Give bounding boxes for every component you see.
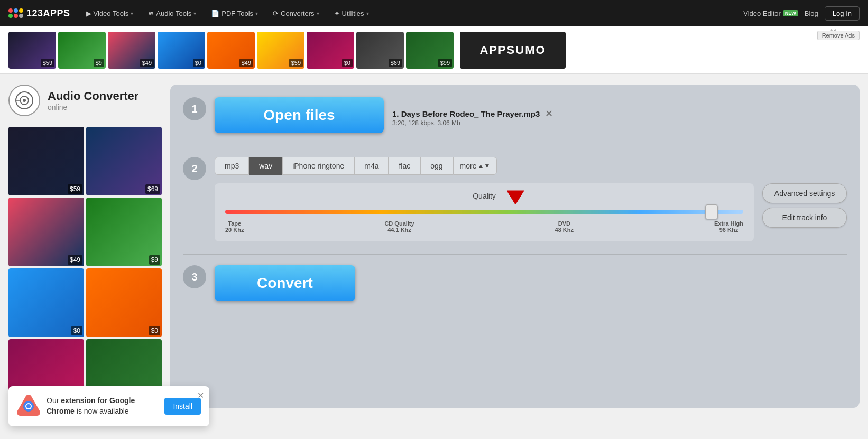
nav-utilities-label: Utilities (342, 10, 364, 17)
ad-thumb-4[interactable]: $0 (158, 32, 205, 69)
marker-cd-name: CD Quality (384, 220, 414, 227)
chrome-logo-svg (17, 395, 40, 418)
step-3-content: Convert (215, 265, 847, 301)
file-close-button[interactable]: ✕ (545, 108, 553, 119)
tab-wav[interactable]: wav (249, 157, 282, 175)
sidebar-ad-4[interactable]: $9 (86, 198, 162, 266)
advanced-settings-button[interactable]: Advanced settings (762, 183, 847, 203)
quality-slider-input[interactable] (225, 210, 743, 214)
quality-marker-dvd: DVD 48 Khz (555, 220, 574, 233)
ad-price-7: $0 (342, 59, 353, 67)
step-1-circle: 1 (183, 97, 206, 120)
logo-dot-blue (14, 8, 18, 13)
file-info: 1. Days Before Rodeo_ The Prayer.mp3 ✕ 3… (392, 104, 553, 127)
tab-more[interactable]: more ▲▼ (453, 157, 497, 175)
ad-price-6: $59 (289, 59, 303, 67)
main-content: Audio Converter online $59 $69 $49 $9 $0… (0, 74, 868, 418)
nav-pdf-tools-label: PDF Tools (221, 10, 253, 17)
ad-thumb-1[interactable]: $59 (8, 32, 56, 69)
nav-converters[interactable]: ⟳ Converters ▾ (267, 0, 325, 26)
chevron-down-icon: ▾ (131, 11, 133, 16)
sidebar-ad-price-4: $9 (149, 255, 160, 265)
nav-utilities[interactable]: ✦ Utilities ▾ (329, 0, 374, 26)
ad-thumb-8[interactable]: $69 (356, 32, 404, 69)
nav-video-tools-label: Video Tools (94, 10, 129, 17)
convert-button[interactable]: Convert (215, 265, 355, 301)
logo-dot-yellow (19, 8, 23, 13)
tab-flac[interactable]: flac (389, 157, 420, 175)
ad-price-3: $49 (140, 59, 154, 67)
app-title: Audio Converter (48, 89, 138, 103)
file-info-row: 1. Days Before Rodeo_ The Prayer.mp3 ✕ (392, 108, 553, 119)
logo-dot-red2 (14, 14, 18, 18)
sidebar-ad-6[interactable]: $0 (86, 268, 162, 337)
logo-text-block: Audio Converter online (48, 89, 138, 111)
video-editor-link[interactable]: Video Editor NEW (743, 10, 798, 17)
sidebar-ads: Audio Converter online $59 $69 $49 $9 $0… (8, 85, 162, 408)
marker-tape-name: Tape (225, 220, 244, 227)
nav-pdf-tools[interactable]: 📄 PDF Tools ▾ (206, 0, 263, 26)
sidebar-ad-3[interactable]: $49 (8, 198, 84, 266)
step-3-row: 3 Convert (183, 265, 847, 301)
blog-link[interactable]: Blog (805, 10, 818, 17)
ad-thumb-9[interactable]: $99 (406, 32, 454, 69)
quality-marker-extrahigh: Extra High 96 Khz (714, 220, 743, 233)
logo-dots (8, 8, 23, 18)
step-1-content: Open files 1. Days Before Rodeo_ The Pra… (215, 97, 847, 133)
login-button[interactable]: Log In (825, 6, 860, 21)
quality-marker-cd: CD Quality 44.1 Khz (384, 220, 414, 233)
sidebar-ad-2[interactable]: $69 (86, 127, 162, 195)
nav-video-tools[interactable]: ▶ Video Tools ▾ (81, 0, 139, 26)
install-button[interactable]: Install (164, 398, 201, 415)
new-badge: NEW (783, 10, 798, 16)
app-logo (8, 85, 40, 116)
ad-thumb-2[interactable]: $9 (58, 32, 106, 69)
ad-price-8: $69 (389, 59, 402, 67)
sidebar-ad-price-5: $0 (71, 326, 82, 335)
marker-dvd-freq: 48 Khz (555, 227, 574, 233)
sidebar-ad-5[interactable]: $0 (8, 268, 84, 337)
side-buttons: Advanced settings Edit track info (762, 183, 847, 228)
utilities-icon: ✦ (334, 10, 340, 17)
remove-ads-button[interactable]: Remove Ads (817, 31, 860, 40)
logo-dot-red (8, 8, 13, 13)
ad-thumb-3[interactable]: $49 (108, 32, 155, 69)
tab-m4a[interactable]: m4a (354, 157, 389, 175)
ad-price-4: $0 (193, 59, 204, 67)
format-tabs: mp3 wav iPhone ringtone m4a flac ogg mor… (215, 157, 847, 175)
chevron-down-icon-2: ▾ (193, 11, 196, 16)
logo-text: 123APPS (26, 8, 70, 19)
sidebar-ad-1[interactable]: $59 (8, 127, 84, 195)
step-2-content: mp3 wav iPhone ringtone m4a flac ogg mor… (215, 157, 847, 241)
chevron-down-icon-5: ▾ (366, 11, 369, 16)
audio-converter-icon (15, 91, 34, 110)
ad-thumb-5[interactable]: $49 (207, 32, 255, 69)
logo-header-row: Audio Converter online (8, 85, 162, 116)
sidebar-ad-price-1: $59 (68, 184, 82, 194)
tab-ogg[interactable]: ogg (420, 157, 453, 175)
logo-dot-green (8, 14, 13, 18)
ad-thumb-7[interactable]: $0 (307, 32, 354, 69)
logo[interactable]: 123APPS (8, 8, 70, 19)
chrome-icon (17, 395, 40, 418)
file-meta: 3:20, 128 kbps, 3.06 Mb (392, 119, 553, 127)
quality-markers: Tape 20 Khz CD Quality 44.1 Khz DVD 48 K… (225, 220, 743, 233)
converter-panel: 1 Open files 1. Days Before Rodeo_ The P… (170, 85, 860, 408)
chevron-down-icon-4: ▾ (317, 11, 319, 16)
tab-mp3[interactable]: mp3 (215, 157, 249, 175)
chevron-down-icon-3: ▾ (255, 11, 258, 16)
sidebar-ad-grid: $59 $69 $49 $9 $0 $0 $0 $99 (8, 127, 162, 408)
svg-point-9 (26, 404, 31, 408)
ad-thumb-6[interactable]: $59 (257, 32, 304, 69)
open-files-button[interactable]: Open files (215, 97, 384, 133)
appsumo-ad[interactable]: APPSUMO (460, 32, 566, 69)
tab-iphone-ringtone[interactable]: iPhone ringtone (282, 157, 354, 175)
file-name: 1. Days Before Rodeo_ The Prayer.mp3 (392, 109, 540, 118)
toast-close-button[interactable]: ✕ (197, 390, 204, 400)
more-chevron-icon: ▲▼ (478, 162, 491, 170)
nav-audio-tools[interactable]: ≋ Audio Tools ▾ (143, 0, 201, 26)
chrome-toast: Our extension for Google Chrome is now a… (8, 386, 209, 426)
toast-text-suffix: is now available (75, 407, 129, 415)
edit-track-info-button[interactable]: Edit track info (762, 208, 847, 228)
step-2-row: 2 mp3 wav iPhone ringtone m4a flac ogg m… (183, 157, 847, 241)
